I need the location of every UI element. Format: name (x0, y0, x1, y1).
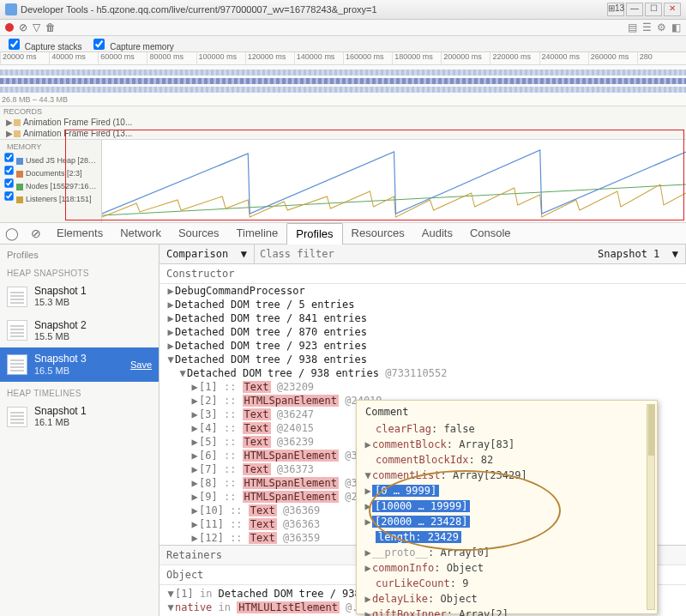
tab-profiles[interactable]: Profiles (286, 223, 342, 245)
disclosure-triangle[interactable]: ▶ (190, 518, 199, 530)
snapshot-item[interactable]: Snapshot 115.3 MB (0, 280, 159, 314)
popup-row[interactable]: ▶[0 … 9999] (376, 483, 643, 498)
filter-icon[interactable]: ▽ (33, 21, 40, 33)
ruler-tick: 20000 ms (0, 52, 49, 64)
tree-row[interactable]: ▶Detached DOM tree / 5 entries (159, 298, 686, 311)
dock-icon[interactable]: ◧ (671, 21, 681, 33)
snapshot-name: Snapshot 1 (34, 405, 152, 417)
disclosure-triangle[interactable]: ▶ (190, 463, 199, 475)
snapshot-size: 15.5 MB (34, 331, 152, 342)
class-filter-input[interactable] (255, 248, 591, 260)
disclosure-triangle[interactable]: ▼ (178, 367, 187, 379)
array-range[interactable]: length: 23429 (376, 531, 461, 543)
disclosure-triangle[interactable]: ▼ (166, 353, 175, 365)
popup-scroll-thumb[interactable] (648, 404, 655, 456)
snapshot-icon (7, 320, 27, 341)
tab-audits[interactable]: Audits (413, 223, 461, 244)
capture-memory-checkbox[interactable]: Capture memory (90, 36, 173, 52)
popup-row[interactable]: ▶commonInfo: Object (376, 560, 643, 576)
snapshot-item[interactable]: Snapshot 215.5 MB (0, 314, 159, 348)
popup-row[interactable]: curLikeCount: 9 (376, 576, 643, 591)
ruler-tick: 140000 ms (294, 52, 343, 64)
tree-row[interactable]: ▶Detached DOM tree / 841 entries (159, 311, 686, 325)
node-type: HTMLSpanElement (243, 450, 339, 462)
timeline-toolbar: ⊘ ▽ 🗑 ▤ ☰ ⚙ ◧ (0, 20, 686, 36)
window-close-button[interactable]: ✕ (664, 3, 681, 16)
popup-row[interactable]: clearFlag: false (376, 421, 643, 437)
popup-row[interactable]: ▶__proto__: Array[0] (376, 545, 643, 560)
record-row[interactable]: ▶Animation Frame Fired (10... (0, 117, 686, 128)
node-text: Detached DOM tree / 938 entries (187, 367, 379, 379)
popup-row[interactable]: ▶delayLike: Object (376, 591, 643, 607)
popup-row[interactable]: ▼commentList: Array[23429] (376, 468, 643, 483)
ruler-tick: 100000 ms (196, 52, 245, 64)
clear-profiles-icon[interactable]: ⊘ (29, 226, 43, 240)
popup-row[interactable]: ▶[10000 … 19999] (376, 498, 643, 514)
snapshot-item[interactable]: Snapshot 316.5 MBSave (0, 347, 159, 382)
tree-row[interactable]: ▶[1] :: Text @23209 (159, 380, 686, 394)
tab-elements[interactable]: Elements (48, 223, 111, 244)
drawer-icon[interactable]: ☰ (642, 21, 652, 33)
array-range[interactable]: [10000 … 19999] (372, 500, 470, 512)
records-label: RECORDS (0, 106, 686, 117)
array-range[interactable]: [0 … 9999] (372, 485, 439, 497)
tab-sources[interactable]: Sources (170, 223, 228, 244)
tab-network[interactable]: Network (111, 223, 170, 244)
disclosure-triangle[interactable]: ▶ (190, 491, 199, 503)
save-link[interactable]: Save (130, 359, 152, 370)
window-maximize-button[interactable]: ☐ (645, 3, 662, 16)
popup-row[interactable]: commentBlockIdx: 82 (376, 452, 643, 468)
disclosure-triangle[interactable]: ▶ (190, 408, 199, 420)
disclosure-triangle[interactable]: ▶ (166, 299, 175, 311)
disclosure-triangle[interactable]: ▶ (190, 504, 199, 516)
window-title: Developer Tools - h5.qzone.qq.com/live/c… (21, 4, 605, 15)
disclosure-triangle[interactable]: ▶ (190, 450, 199, 462)
node-type: Text (243, 436, 271, 448)
snapshot-item[interactable]: Snapshot 116.1 MB (0, 400, 159, 434)
popup-row[interactable]: ▶giftBoxInner: Array[2] (376, 607, 643, 616)
gc-icon[interactable]: 🗑 (45, 21, 56, 33)
tab-timeline[interactable]: Timeline (228, 223, 287, 244)
settings-icon[interactable]: ⚙ (657, 21, 666, 33)
disclosure-triangle[interactable]: ▶ (190, 532, 199, 544)
disclosure-triangle[interactable]: ▶ (190, 477, 199, 489)
disclosure-triangle[interactable]: ▶ (190, 381, 199, 393)
highlight-box (65, 130, 684, 220)
window-extension-count[interactable]: ⊞13 (607, 3, 624, 16)
disclosure-triangle[interactable]: ▶ (190, 395, 199, 407)
ruler-tick: 120000 ms (245, 52, 294, 64)
clear-icon[interactable]: ⊘ (19, 21, 27, 33)
tab-resources[interactable]: Resources (343, 223, 413, 244)
node-type: Text (243, 381, 271, 393)
snapshot-icon (7, 287, 27, 307)
record-button[interactable] (5, 23, 14, 32)
node-type: Text (243, 408, 271, 420)
ruler-tick: 160000 ms (343, 52, 392, 64)
disclosure-triangle[interactable]: ▶ (190, 422, 199, 434)
popup-row[interactable]: ▶[20000 … 23428] (376, 514, 643, 529)
view-select[interactable]: Comparison ▼ (159, 245, 255, 263)
popup-row[interactable]: length: 23429 (376, 529, 643, 545)
disclosure-triangle[interactable]: ▶ (166, 326, 175, 338)
tree-row[interactable]: ▶DebugCommandProcessor (159, 284, 686, 298)
popup-row[interactable]: ▶commentBlock: Array[83] (376, 437, 643, 452)
tab-console[interactable]: Console (461, 223, 520, 244)
record-profile-icon[interactable]: ◯ (5, 226, 19, 240)
disclosure-triangle[interactable]: ▶ (190, 436, 199, 448)
capture-stacks-checkbox[interactable]: Capture stacks (5, 36, 81, 52)
array-range[interactable]: [20000 … 23428] (372, 516, 470, 528)
tree-row[interactable]: ▶Detached DOM tree / 870 entries (159, 325, 686, 339)
flamechart-icon[interactable]: ▤ (628, 21, 637, 33)
tree-row[interactable]: ▼Detached DOM tree / 938 entries @733110… (159, 366, 686, 380)
disclosure-triangle[interactable]: ▶ (166, 285, 175, 297)
tree-row[interactable]: ▼Detached DOM tree / 938 entries (159, 353, 686, 366)
object-preview-popup: Comment clearFlag: false▶commentBlock: A… (356, 400, 658, 614)
devtools-icon (5, 3, 17, 15)
base-snapshot-select[interactable]: Snapshot 1 ▼ (591, 245, 686, 263)
window-minimize-button[interactable]: — (626, 3, 643, 16)
tree-row[interactable]: ▶Detached DOM tree / 923 entries (159, 339, 686, 353)
timeline-overview[interactable]: 20000 ms40000 ms60000 ms80000 ms100000 m… (0, 52, 686, 106)
disclosure-triangle[interactable]: ▶ (166, 312, 175, 324)
node-text: Detached DOM tree / 841 entries (175, 312, 367, 324)
disclosure-triangle[interactable]: ▶ (166, 340, 175, 352)
